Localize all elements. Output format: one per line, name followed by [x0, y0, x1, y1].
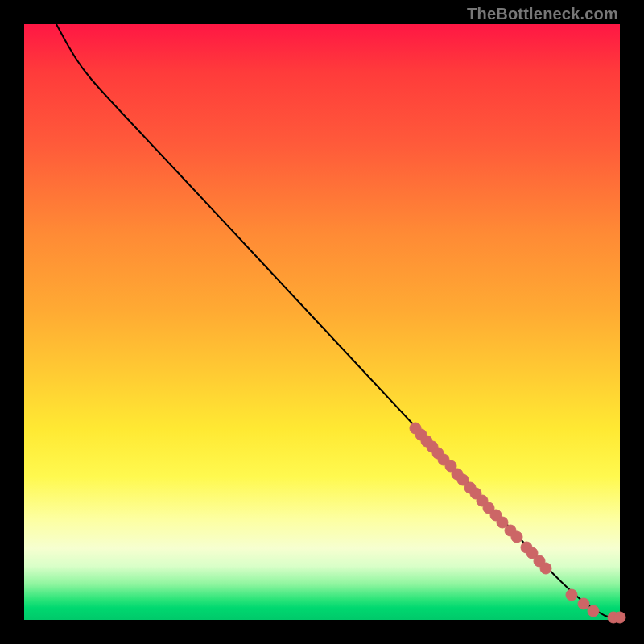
data-point: [588, 605, 599, 617]
main-curve: [56, 24, 620, 617]
data-point: [614, 612, 625, 623]
data-point: [540, 563, 551, 574]
curve-overlay: [24, 24, 620, 620]
data-points-group: [410, 423, 625, 623]
data-point: [566, 589, 577, 601]
watermark-text: TheBottleneck.com: [467, 5, 618, 23]
data-point: [578, 598, 589, 609]
data-point: [511, 531, 522, 543]
